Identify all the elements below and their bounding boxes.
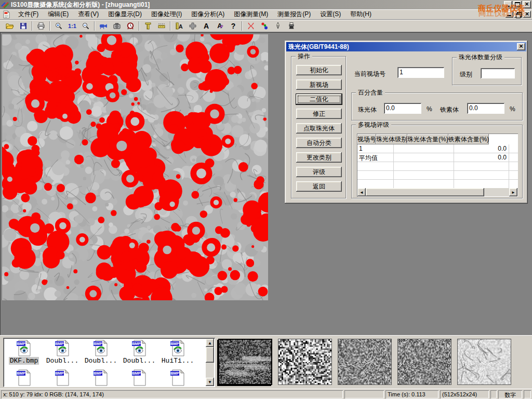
maximize-icon[interactable] xyxy=(513,1,522,8)
file-item[interactable]: BMP Doubl... xyxy=(120,339,158,365)
menu-item[interactable]: 查看(V) xyxy=(73,9,103,20)
table-hscrollbar[interactable] xyxy=(357,188,517,196)
column-header[interactable]: 珠光体级别 xyxy=(376,134,407,144)
vscroll-thumb[interactable] xyxy=(206,347,214,363)
dialog-title-bar[interactable]: 珠光体(GB/T9441-88) xyxy=(286,42,526,51)
file-item[interactable]: BMP DKF.bmp xyxy=(5,339,43,365)
scroll-left-icon[interactable] xyxy=(357,188,366,196)
minimize-icon[interactable] xyxy=(504,1,512,8)
bmp-file-icon: BMP xyxy=(169,369,187,387)
menu-item[interactable]: 帮助(H) xyxy=(345,9,376,20)
print-button[interactable] xyxy=(34,20,48,31)
vscroll-track[interactable] xyxy=(206,363,214,378)
operation-buttons: 初始化新视场二值化修正点取珠光体自动分类更改类别评级返回 xyxy=(296,65,342,192)
pearlite-unit: % xyxy=(427,105,432,113)
file-name: Doubl... xyxy=(45,357,79,365)
help-button[interactable]: ? xyxy=(227,20,240,31)
menu-bar: 文件(F)编辑(E)查看(V)图像显示(D)图像处理(I)图像分析(A)图像测量… xyxy=(0,9,532,20)
menu-item[interactable]: 编辑(E) xyxy=(43,9,73,20)
hscroll-track[interactable] xyxy=(484,188,509,196)
operation-button[interactable]: 更改类别 xyxy=(296,152,342,163)
ruler-measure-button[interactable] xyxy=(155,20,168,31)
column-header[interactable]: 珠光体含量(%) xyxy=(407,134,448,144)
filelist-vscrollbar[interactable] xyxy=(206,339,214,386)
file-item[interactable]: BMP xyxy=(43,369,82,387)
hscroll-thumb[interactable] xyxy=(366,188,484,196)
pearlite-percent-input[interactable]: 0.0 xyxy=(384,103,421,114)
scroll-right-icon[interactable] xyxy=(509,188,517,196)
menu-item[interactable]: 设置(S) xyxy=(315,9,345,20)
file-item[interactable]: BMP xyxy=(120,369,158,387)
brush-tool-button[interactable] xyxy=(285,20,298,31)
menu-item[interactable]: 图像分析(A) xyxy=(187,9,229,20)
file-item[interactable]: BMP Doubl... xyxy=(43,339,82,365)
table-row[interactable]: 1 0.0 xyxy=(357,144,518,153)
mdi-close-icon[interactable] xyxy=(523,11,531,18)
scroll-up-icon[interactable] xyxy=(206,339,214,347)
svg-text:BMP: BMP xyxy=(170,341,179,346)
status-panel-empty xyxy=(524,390,531,398)
file-item[interactable]: BMP xyxy=(158,369,197,387)
operation-button[interactable]: 评级 xyxy=(296,167,342,177)
particle-classify-button[interactable] xyxy=(258,20,271,31)
menu-item[interactable]: 图像测量(M) xyxy=(229,9,273,20)
file-item[interactable]: BMP HuiTi... xyxy=(158,339,197,365)
timer-button[interactable] xyxy=(124,20,137,31)
menu-item[interactable]: 图像处理(I) xyxy=(147,9,187,20)
operation-button[interactable]: 修正 xyxy=(296,109,342,119)
menu-item[interactable]: 图像显示(D) xyxy=(103,9,147,20)
mdi-minimize-icon[interactable] xyxy=(506,11,513,18)
floppy-disk-icon xyxy=(19,22,28,30)
operation-button[interactable]: 二值化 xyxy=(296,94,342,104)
bmp-file-icon: BMP xyxy=(92,369,110,387)
close-icon[interactable] xyxy=(523,1,531,8)
curve-tool-button[interactable] xyxy=(244,20,258,31)
operation-button[interactable]: 点取珠光体 xyxy=(296,123,342,134)
text-annotation-button[interactable]: A xyxy=(200,20,213,31)
mdi-restore-icon[interactable] xyxy=(514,11,522,18)
column-header[interactable]: 铁素体含量(%) xyxy=(448,134,489,144)
scale-calibration-button[interactable]: A xyxy=(172,20,186,31)
operation-button[interactable]: 自动分类 xyxy=(296,138,342,148)
operation-button[interactable]: 新视场 xyxy=(296,79,342,90)
merge-grid-button[interactable] xyxy=(186,20,200,31)
thumbnail-3[interactable] xyxy=(338,339,392,385)
current-field-input[interactable]: 1 xyxy=(397,67,444,78)
table-row[interactable] xyxy=(357,162,518,171)
thumbnail-2[interactable] xyxy=(278,339,332,385)
caliper-measure-button[interactable] xyxy=(141,20,155,31)
thumbnail-4[interactable] xyxy=(397,339,451,385)
save-button[interactable] xyxy=(17,20,30,31)
operation-button[interactable]: 初始化 xyxy=(296,65,342,75)
menu-item[interactable]: 文件(F) xyxy=(14,9,43,20)
file-item[interactable]: BMP xyxy=(82,369,120,387)
file-item[interactable]: BMP Doubl... xyxy=(82,339,120,365)
menu-item[interactable]: 测量报告(P) xyxy=(273,9,315,20)
svg-text:BMP: BMP xyxy=(132,341,141,346)
operation-button[interactable]: 返回 xyxy=(296,181,342,192)
thumbnail-1[interactable] xyxy=(218,339,272,385)
zoom-in-button[interactable] xyxy=(52,20,65,31)
file-name: Doubl... xyxy=(122,357,156,365)
table-row[interactable]: 平均值 0.0 xyxy=(357,153,518,162)
video-capture-button[interactable] xyxy=(97,20,110,31)
toolbar-separator xyxy=(49,21,50,31)
document-icon[interactable] xyxy=(2,10,10,19)
actual-size-button[interactable]: 1:1 xyxy=(65,20,79,31)
scroll-down-icon[interactable] xyxy=(206,378,214,386)
thumbnail-5[interactable] xyxy=(457,339,511,385)
file-item[interactable]: BMP xyxy=(5,369,43,387)
snapshot-button[interactable] xyxy=(110,20,124,31)
ferrite-percent-input[interactable]: 0.0 xyxy=(467,103,504,114)
table-row[interactable] xyxy=(357,180,518,189)
zoom-out-button[interactable] xyxy=(79,20,92,31)
level-input[interactable] xyxy=(481,68,515,78)
table-row[interactable] xyxy=(357,171,518,180)
dialog-close-icon[interactable] xyxy=(517,43,525,50)
edit-text-button[interactable]: A xyxy=(213,20,227,31)
open-button[interactable] xyxy=(3,20,17,31)
metallograph-image[interactable] xyxy=(2,34,268,300)
column-header[interactable]: 视场号 xyxy=(357,134,376,144)
pen-tool-button[interactable] xyxy=(271,20,285,31)
pencil-icon xyxy=(217,22,224,29)
